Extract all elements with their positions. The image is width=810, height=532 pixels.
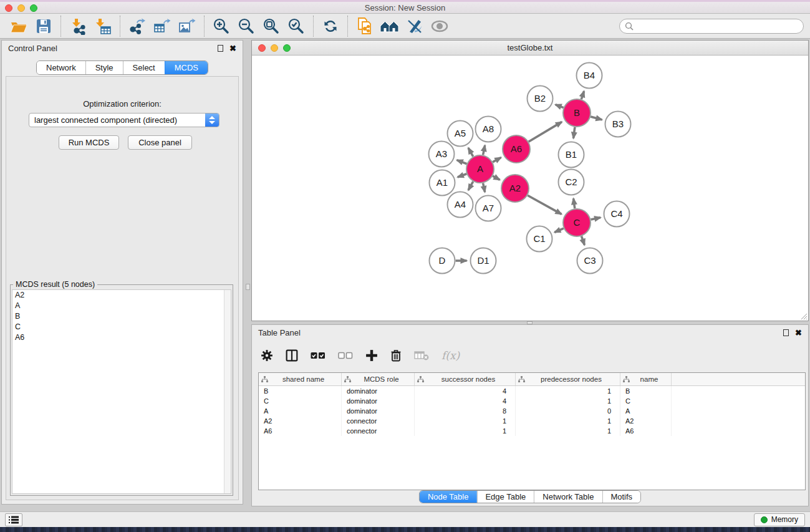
select-all-columns-button[interactable] [311,352,325,359]
node-C[interactable]: C [563,209,591,236]
table-tab-node-table[interactable]: Node Table [420,491,477,503]
edge-A-A8[interactable] [483,145,485,155]
edge-A6-B[interactable] [529,122,562,142]
node-B3[interactable]: B3 [605,112,631,137]
close-panel-button[interactable]: Close panel [128,135,192,150]
tab-select[interactable]: Select [123,61,165,74]
column-header-predecessor-nodes[interactable]: predecessor nodes [516,373,620,385]
edge-C-C2[interactable] [574,198,575,208]
node-A7[interactable]: A7 [476,196,501,221]
export-image-button[interactable] [175,16,200,37]
node-B1[interactable]: B1 [559,142,584,168]
edge-A-A7[interactable] [483,183,485,193]
edge-B-B4[interactable] [581,91,584,99]
node-B4[interactable]: B4 [577,63,602,89]
edge-C-C3[interactable] [582,236,585,245]
table-tab-network-table[interactable]: Network Table [534,491,602,503]
save-session-button[interactable] [31,16,56,37]
refresh-view-button[interactable] [318,16,343,37]
show-all-networks-button[interactable] [377,16,402,37]
node-D1[interactable]: D1 [471,248,496,274]
task-history-button[interactable] [5,513,22,526]
table-row[interactable]: Cdominator41C [259,396,805,406]
node-A3[interactable]: A3 [429,142,455,167]
column-header-shared-name[interactable]: shared name [259,373,342,385]
mcds-result-item[interactable]: A6 [12,332,231,343]
node-A5[interactable]: A5 [448,121,473,147]
search-field[interactable] [619,19,804,34]
tab-network[interactable]: Network [37,61,85,74]
node-B[interactable]: B [563,99,591,127]
export-table-button[interactable] [150,16,175,37]
zoom-network-window-button[interactable] [283,44,291,52]
edge-A-A4[interactable] [468,181,473,190]
zoom-fit-button[interactable] [259,16,284,37]
zoom-window-button[interactable] [30,4,37,12]
edge-C-C1[interactable] [554,228,564,232]
search-input[interactable] [637,22,798,31]
tab-style[interactable]: Style [85,61,123,74]
edge-A-A1[interactable] [458,174,467,177]
table-row[interactable]: Adominator80A [259,406,805,416]
edge-A-A5[interactable] [468,148,473,157]
node-C2[interactable]: C2 [559,170,584,195]
table-row[interactable]: A6connector11A6 [259,426,805,436]
resize-grip-icon[interactable] [800,312,808,320]
close-window-button[interactable] [5,4,12,12]
zoom-out-button[interactable] [234,16,259,37]
table-settings-button[interactable] [261,349,273,362]
edge-B-B1[interactable] [574,127,575,138]
node-C3[interactable]: C3 [577,248,603,274]
node-A2[interactable]: A2 [501,175,529,202]
edge-A-A3[interactable] [457,160,467,164]
table-tab-motifs[interactable]: Motifs [602,491,640,503]
node-A[interactable]: A [466,155,494,183]
minimize-window-button[interactable] [17,4,25,12]
column-header-MCDS-role[interactable]: MCDS role [342,373,415,385]
edge-C-C4[interactable] [591,218,601,220]
criterion-dropdown[interactable]: largest connected component (directed) [29,113,219,127]
close-table-panel-icon[interactable]: ✖ [795,329,802,337]
clone-network-button[interactable] [352,16,377,37]
node-D[interactable]: D [430,248,455,274]
column-header-name[interactable]: name [620,373,672,385]
deselect-all-columns-button[interactable] [338,352,353,359]
network-canvas[interactable]: B4B2BB3A5A8A6A3B1AA1C2A2A4A7C4CC1C3DD1 [252,56,808,321]
node-C4[interactable]: C4 [604,201,630,227]
mcds-result-item[interactable]: A [12,301,231,311]
mcds-result-scrollbar[interactable] [224,290,231,493]
memory-button[interactable]: Memory [754,513,805,526]
node-C1[interactable]: C1 [527,226,552,252]
edge-B-B2[interactable] [556,105,564,108]
function-builder-button[interactable]: f(x) [441,349,460,362]
column-layout-button[interactable] [286,349,298,362]
import-network-button[interactable] [65,16,90,37]
open-session-button[interactable] [6,16,31,37]
zoom-selected-button[interactable] [284,16,309,37]
table-row[interactable]: Bdominator41B [259,386,805,396]
tab-mcds[interactable]: MCDS [165,61,208,74]
export-network-button[interactable] [125,16,150,37]
node-A8[interactable]: A8 [476,117,501,142]
float-panel-icon[interactable] [218,45,223,52]
hide-graphics-details-button[interactable] [402,16,427,37]
column-header-successor-nodes[interactable]: successor nodes [415,373,516,385]
edge-A2-C[interactable] [528,195,561,214]
node-B2[interactable]: B2 [528,86,553,112]
float-table-panel-icon[interactable] [783,329,789,336]
vertical-splitter-handle[interactable] [246,284,250,290]
minimize-network-window-button[interactable] [271,44,278,52]
window-controls[interactable] [5,4,37,12]
close-panel-icon[interactable]: ✖ [229,44,236,52]
zoom-in-button[interactable] [209,16,234,37]
add-column-button[interactable] [365,349,378,362]
node-A1[interactable]: A1 [430,170,455,196]
node-A4[interactable]: A4 [448,192,473,218]
mcds-result-item[interactable]: C [12,322,231,332]
delete-table-button[interactable] [414,351,429,360]
node-A6[interactable]: A6 [503,135,530,163]
import-table-button[interactable] [90,16,115,37]
network-window-controls[interactable] [258,44,291,52]
mcds-result-item[interactable]: B [12,311,231,322]
edge-B-B3[interactable] [591,117,602,120]
